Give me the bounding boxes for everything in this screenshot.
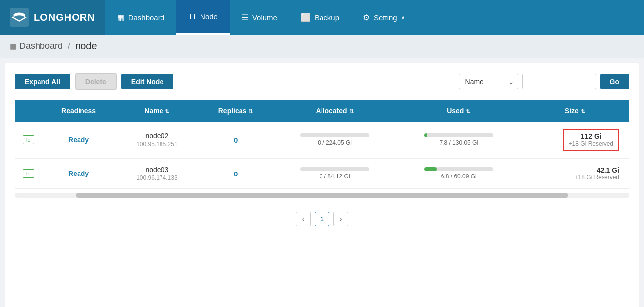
replicas-sort-icon: ⇅	[248, 108, 253, 114]
node-name-1: node03	[123, 166, 191, 174]
search-filter-select[interactable]: Name IP	[459, 74, 518, 89]
breadcrumb-chart-icon: ▦	[10, 43, 16, 50]
readiness-status-0[interactable]: Ready	[68, 136, 89, 144]
current-page-button[interactable]: 1	[315, 212, 329, 226]
name-cell-1: node03 100.96.174.133	[116, 159, 199, 189]
expand-cell-1: le	[15, 159, 42, 189]
used-progress-fill-0	[424, 133, 427, 137]
th-replicas[interactable]: Replicas⇅	[199, 100, 273, 122]
setting-chevron-icon: ∨	[401, 14, 405, 21]
replicas-cell-1: 0	[199, 159, 273, 189]
main-nav: ▦ Dashboard 🖥 Node ☰ Volume ⬜ Backup ⚙ S…	[105, 0, 417, 35]
setting-icon: ⚙	[363, 13, 370, 22]
readiness-cell-0: Ready	[42, 122, 116, 159]
replicas-count-0[interactable]: 0	[234, 136, 238, 144]
nav-item-dashboard[interactable]: ▦ Dashboard	[105, 0, 176, 35]
breadcrumb-current-page: node	[75, 41, 97, 52]
logo-area: LONGHORN	[0, 0, 105, 35]
go-button[interactable]: Go	[600, 74, 629, 89]
longhorn-logo-icon	[10, 8, 29, 27]
next-page-button[interactable]: ›	[333, 212, 348, 226]
expand-row-button-0[interactable]: le	[23, 135, 34, 144]
prev-page-button[interactable]: ‹	[296, 212, 311, 226]
search-input[interactable]	[522, 74, 596, 89]
name-sort-icon: ⇅	[165, 108, 169, 114]
used-cell-0: 7.8 / 130.05 Gi	[397, 122, 521, 159]
used-progress-bg-0	[424, 133, 493, 137]
node-ip-1: 100.96.174.133	[123, 175, 191, 181]
used-label-1: 6.8 / 60.09 Gi	[441, 173, 477, 180]
th-allocated[interactable]: Allocated⇅	[273, 100, 397, 122]
allocated-cell-1: 0 / 84.12 Gi	[273, 159, 397, 189]
size-sort-icon: ⇅	[581, 108, 585, 114]
used-cell-1: 6.8 / 60.09 Gi	[397, 159, 521, 189]
th-expand	[15, 100, 42, 122]
breadcrumb-separator: /	[68, 41, 70, 51]
delete-button[interactable]: Delete	[75, 73, 117, 90]
used-progress-bg-1	[424, 167, 493, 171]
replicas-cell-0: 0	[199, 122, 273, 159]
table-row: le Ready node03 100.96.174.133 0 0 / 84.…	[15, 159, 629, 189]
th-readiness: Readiness	[42, 100, 116, 122]
nav-volume-label: Volume	[252, 13, 277, 22]
table-scrollbar[interactable]	[15, 193, 629, 198]
breadcrumb: ▦ Dashboard / node	[0, 35, 644, 58]
allocated-label-1: 0 / 84.12 Gi	[320, 173, 350, 180]
name-cell-0: node02 100.95.185.251	[116, 122, 199, 159]
expand-all-button[interactable]: Expand All	[15, 74, 70, 89]
readiness-cell-1: Ready	[42, 159, 116, 189]
node-icon: 🖥	[188, 12, 196, 21]
volume-icon: ☰	[242, 13, 248, 22]
readiness-status-1[interactable]: Ready	[68, 170, 89, 177]
size-cell-1: 42.1 Gi+18 Gi Reserved	[521, 159, 629, 189]
allocated-progress-bg-0	[300, 133, 369, 137]
main-content: Expand All Delete Edit Node Name IP Go R…	[5, 63, 639, 307]
nav-dashboard-label: Dashboard	[128, 13, 164, 22]
nav-item-setting[interactable]: ⚙ Setting ∨	[351, 0, 417, 35]
th-name[interactable]: Name⇅	[116, 100, 199, 122]
replicas-count-1[interactable]: 0	[234, 170, 238, 178]
expand-row-button-1[interactable]: le	[23, 169, 34, 178]
nav-item-backup[interactable]: ⬜ Backup	[289, 0, 351, 35]
nav-item-volume[interactable]: ☰ Volume	[230, 0, 289, 35]
node-name-0: node02	[123, 132, 191, 140]
app-title: LONGHORN	[34, 12, 95, 23]
edit-node-button[interactable]: Edit Node	[121, 74, 173, 89]
size-cell-0: 112 Gi+18 Gi Reserved	[521, 122, 629, 159]
allocated-progress-bg-1	[300, 167, 369, 171]
th-size[interactable]: Size⇅	[521, 100, 629, 122]
pagination: ‹ 1 ›	[15, 202, 629, 231]
table-row: le Ready node02 100.95.185.251 0 0 / 224…	[15, 122, 629, 159]
nav-setting-label: Setting	[374, 13, 397, 22]
nav-node-label: Node	[200, 12, 218, 21]
used-sort-icon: ⇅	[466, 108, 470, 114]
used-progress-fill-1	[424, 167, 437, 171]
expand-cell-0: le	[15, 122, 42, 159]
search-select-wrapper: Name IP	[459, 74, 518, 89]
nodes-table: Readiness Name⇅ Replicas⇅ Allocated⇅ Use…	[15, 100, 629, 189]
toolbar: Expand All Delete Edit Node Name IP Go	[15, 73, 629, 90]
nodes-table-wrapper: Readiness Name⇅ Replicas⇅ Allocated⇅ Use…	[15, 100, 629, 202]
breadcrumb-dashboard-link[interactable]: Dashboard	[19, 41, 63, 51]
search-area: Name IP Go	[459, 74, 629, 89]
allocated-label-0: 0 / 224.05 Gi	[318, 139, 352, 146]
th-used[interactable]: Used⇅	[397, 100, 521, 122]
used-label-0: 7.8 / 130.05 Gi	[439, 139, 478, 146]
dashboard-icon: ▦	[117, 13, 124, 22]
scrollbar-thumb	[76, 193, 567, 198]
allocated-sort-icon: ⇅	[349, 108, 354, 114]
nav-backup-label: Backup	[315, 13, 339, 22]
allocated-cell-0: 0 / 224.05 Gi	[273, 122, 397, 159]
nav-item-node[interactable]: 🖥 Node	[176, 0, 230, 35]
node-ip-0: 100.95.185.251	[123, 141, 191, 148]
backup-icon: ⬜	[301, 13, 311, 22]
